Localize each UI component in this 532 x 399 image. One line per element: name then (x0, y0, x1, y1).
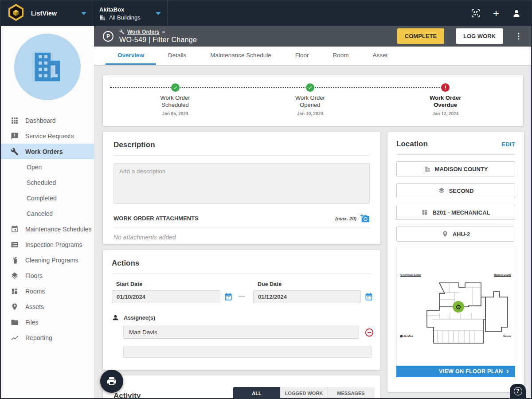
divider (113, 155, 370, 156)
milestone-date: Jan 10, 2024 (277, 111, 343, 116)
sidebar-item-reporting[interactable]: Reporting (1, 330, 94, 345)
location-room-button[interactable]: B201 - MECHANICAL (396, 205, 515, 220)
akitabox-logo-icon (7, 4, 25, 23)
add-photo-icon[interactable] (360, 214, 370, 223)
building-avatar[interactable] (14, 34, 81, 100)
filter-all-button[interactable]: ALL (233, 387, 280, 399)
topbar: ListView AkitaBox All Buildings + (1, 1, 531, 26)
assignees-label: Assignee(s) (124, 315, 155, 321)
printer-icon (106, 376, 117, 387)
kebab-menu-icon[interactable]: ⋮ (515, 32, 522, 40)
sidebar-item-rooms[interactable]: Rooms (1, 283, 94, 299)
org-name: AkitaBox (99, 6, 141, 13)
sidebar-item-assets[interactable]: Assets (1, 299, 94, 314)
remove-assignee-icon[interactable] (364, 328, 374, 337)
attachments-limit: (max. 20) (335, 216, 356, 221)
filter-messages-button[interactable]: MESSAGES (327, 387, 374, 399)
location-asset-button[interactable]: AHU-2 (396, 227, 515, 242)
tab-room[interactable]: Room (321, 47, 360, 65)
description-title: Description (113, 141, 370, 149)
wrench-icon (119, 29, 125, 35)
filter-logged-work-button[interactable]: LOGGED WORK (280, 387, 327, 399)
asset-marker-icon[interactable]: ⚙ (453, 301, 464, 313)
building-icon (424, 165, 431, 172)
add-icon[interactable]: + (491, 8, 501, 18)
assignee-input[interactable] (123, 326, 359, 339)
content-scroll-area[interactable]: Work OrderScheduled Jan 05, 2024 Work Or… (94, 65, 531, 399)
start-date-label: Start Date (112, 281, 220, 287)
sidebar-item-maintenance-schedules[interactable]: Maintenance Schedules (1, 221, 94, 237)
sidebar-item-floors[interactable]: Floors (1, 268, 94, 283)
tab-maintenance-schedule[interactable]: Maintenance Schedule (198, 47, 283, 65)
sidebar-item-label: Cleaning Programs (25, 257, 78, 264)
breadcrumb: Work Orders » (119, 29, 197, 35)
floorplan-thumbnail[interactable]: Government Center Madison County AkitaBo… (396, 248, 515, 366)
location-asset-label: AHU-2 (453, 231, 470, 238)
sidebar-item-label: Rooms (25, 288, 45, 295)
due-date-input[interactable] (253, 290, 361, 303)
start-date-calendar-icon[interactable] (224, 293, 233, 301)
start-date-input[interactable] (112, 290, 220, 303)
tab-bar: Overview Details Maintenance Schedule Fl… (94, 47, 531, 65)
complete-button[interactable]: COMPLETE (397, 28, 444, 44)
view-on-floor-plan-button[interactable]: VIEW ON FLOOR PLAN › (396, 366, 515, 377)
sidebar: Dashboard Service Requests Work Orders O… (1, 26, 94, 399)
sidebar-item-label: Service Requests (25, 133, 74, 140)
calendar-icon (11, 225, 19, 233)
building-selector[interactable]: AkitaBox All Buildings (93, 1, 168, 26)
sidebar-item-completed[interactable]: Completed (1, 190, 94, 206)
date-range-separator: — (239, 293, 245, 300)
description-input[interactable] (113, 163, 370, 204)
attachments-empty-text: No attachments added (113, 234, 370, 241)
app-switcher[interactable]: ListView (1, 1, 93, 26)
print-button[interactable] (100, 370, 123, 393)
person-icon (112, 314, 119, 321)
log-work-button[interactable]: LOG WORK (456, 28, 503, 44)
sidebar-item-inspection-programs[interactable]: Inspection Programs (1, 237, 94, 252)
status-timeline-card: Work OrderScheduled Jan 05, 2024 Work Or… (103, 75, 523, 126)
alert-circle-icon: ! (441, 83, 450, 92)
building-icon (99, 14, 106, 21)
help-button[interactable]: ? (510, 384, 526, 398)
tab-floor[interactable]: Floor (283, 47, 321, 65)
sidebar-item-cleaning-programs[interactable]: Cleaning Programs (1, 252, 94, 268)
assignee-input-empty[interactable] (123, 346, 372, 358)
sidebar-item-dashboard[interactable]: Dashboard (1, 113, 94, 128)
sidebar-item-canceled[interactable]: Canceled (1, 206, 94, 221)
actions-title: Actions (112, 259, 372, 268)
check-circle-icon (306, 83, 314, 92)
sidebar-item-label: Assets (25, 303, 44, 310)
preventive-badge: P (103, 31, 113, 42)
folder-icon (11, 318, 19, 326)
due-date-calendar-icon[interactable] (364, 293, 373, 301)
work-order-header: P Work Orders » WO-549 | Filter Change C… (94, 26, 531, 47)
sidebar-item-scheduled[interactable]: Scheduled (1, 175, 94, 190)
sidebar-item-files[interactable]: Files (1, 314, 94, 330)
location-building-button[interactable]: MADISON COUNTY (396, 161, 515, 176)
location-floor-button[interactable]: SECOND (396, 183, 515, 198)
floor-icon (438, 187, 445, 194)
app-name: ListView (31, 10, 57, 17)
user-account-icon[interactable] (512, 8, 521, 18)
activity-filter-group: ALL LOGGED WORK MESSAGES (233, 387, 374, 399)
breadcrumb-work-orders-link[interactable]: Work Orders (127, 29, 159, 35)
tab-details[interactable]: Details (156, 47, 198, 65)
qr-scan-icon[interactable] (471, 8, 481, 18)
sidebar-item-open[interactable]: Open (1, 159, 94, 175)
milestone-overdue: ! Work OrderOverdue Jan 12, 2024 (412, 83, 479, 116)
location-building-label: MADISON COUNTY (435, 166, 488, 172)
inspection-icon (11, 241, 19, 249)
sidebar-item-label: Reporting (25, 334, 52, 341)
sidebar-item-label: Inspection Programs (25, 241, 82, 248)
tab-overview[interactable]: Overview (106, 47, 156, 65)
actions-card: Actions Start Date — (103, 250, 380, 370)
sidebar-item-work-orders[interactable]: Work Orders (1, 144, 94, 159)
edit-location-link[interactable]: EDIT (501, 141, 515, 148)
floorplan-brand-label: AkitaBox (400, 335, 413, 337)
milestone-opened: Work OrderOpened Jan 10, 2024 (277, 83, 343, 116)
sidebar-item-service-requests[interactable]: Service Requests (1, 128, 94, 144)
divider (396, 154, 515, 155)
tab-asset[interactable]: Asset (360, 47, 399, 65)
milestone-date: Jan 05, 2024 (142, 111, 208, 116)
sidebar-item-label: Dashboard (25, 117, 56, 124)
